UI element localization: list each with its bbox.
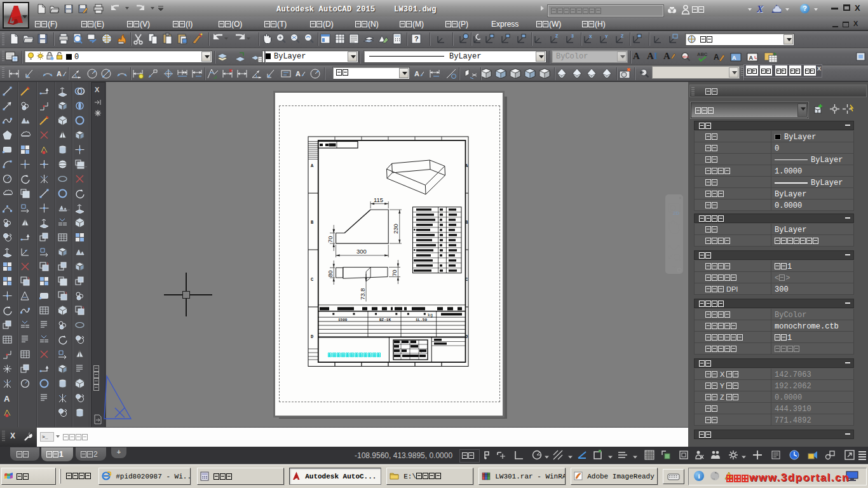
svg-text:2D: 2D [673, 210, 679, 216]
svg-text:A: A [295, 70, 301, 78]
svg-text:80: 80 [327, 270, 334, 277]
svg-text:C: C [311, 277, 313, 282]
svg-text:BZ-1K: BZ-1K [379, 318, 391, 322]
svg-text:A: A [311, 163, 314, 168]
svg-text:73.8: 73.8 [359, 288, 366, 301]
svg-text:A: A [414, 70, 419, 78]
svg-text:1500: 1500 [338, 318, 348, 322]
svg-text:D: D [465, 334, 468, 339]
svg-text:Y: Y [605, 34, 608, 39]
svg-text:C: C [465, 277, 468, 282]
svg-text:?: ? [414, 35, 419, 43]
svg-text:A: A [714, 53, 719, 62]
svg-text:A: A [57, 70, 62, 78]
svg-text:F: F [421, 349, 423, 354]
svg-text:A: A [732, 55, 736, 61]
svg-text:X: X [589, 34, 592, 39]
svg-text:D: D [311, 334, 313, 339]
svg-text:70: 70 [391, 269, 398, 276]
svg-text:Z: Z [555, 34, 559, 38]
svg-text:A: A [465, 163, 468, 168]
svg-text:A: A [749, 55, 754, 61]
svg-text:A: A [4, 394, 10, 403]
svg-text:abc: abc [682, 55, 689, 58]
svg-text:3: 3 [571, 34, 574, 38]
svg-text:1L.59: 1L.59 [416, 318, 427, 322]
svg-text:B: B [465, 220, 468, 225]
svg-text:kg: kg [428, 313, 433, 318]
svg-text:115: 115 [374, 196, 383, 203]
svg-text:230: 230 [392, 224, 399, 234]
svg-text:ABC: ABC [697, 51, 708, 57]
svg-text:70: 70 [327, 236, 334, 243]
svg-text:300: 300 [356, 248, 367, 255]
svg-text:B: B [311, 220, 314, 225]
svg-text:Z: Z [621, 34, 624, 38]
